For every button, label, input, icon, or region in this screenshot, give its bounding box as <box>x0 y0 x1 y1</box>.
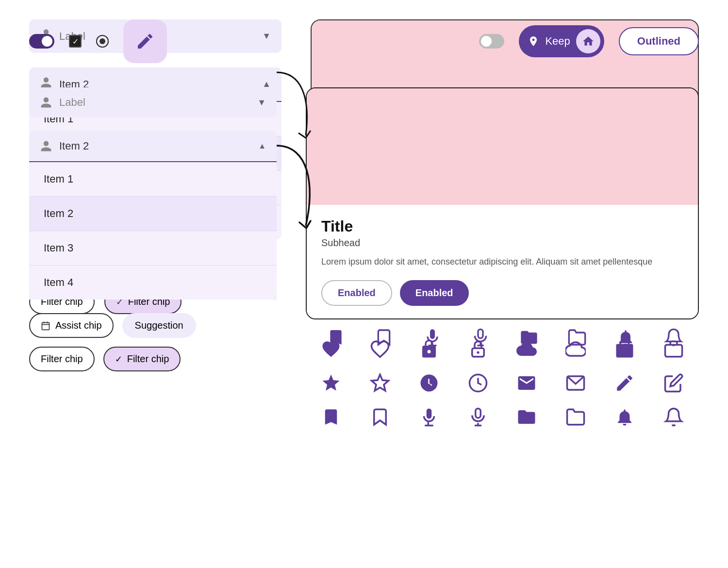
dropdown-open: Item 2 ▲ Item 1 Item 2 Item 3 Item 4 <box>29 131 277 300</box>
svg-rect-10 <box>42 322 50 330</box>
card-media <box>307 88 698 205</box>
bookmark-outline-icon <box>359 407 402 427</box>
dropdown-selected-label: Item 2 <box>59 140 89 152</box>
folder-filled-icon <box>505 407 548 427</box>
checkbox-empty[interactable] <box>69 35 82 48</box>
dropdown-list: Item 1 Item 2 Item 3 Item 4 <box>29 162 277 300</box>
toggle-off-2[interactable] <box>479 34 504 49</box>
mic-filled-icon <box>408 407 451 427</box>
folder-outline-icon <box>554 407 597 427</box>
card-body: Title Subhead Lorem ipsum dolor sit amet… <box>307 205 698 318</box>
segment-keep-label: Keep <box>545 35 570 48</box>
assist-chip[interactable]: Assist chip <box>29 313 114 338</box>
segment-home-icon-circle <box>576 29 600 53</box>
lock-filled-icon <box>408 339 451 359</box>
svg-rect-19 <box>475 409 480 418</box>
cloud-outline-icon <box>554 339 597 359</box>
main-content: Label ▼ Item 2 ▲ Item 1 Item <box>29 87 699 427</box>
card-actions: Enabled Enabled <box>321 280 683 306</box>
outlined-button[interactable]: Outlined <box>619 27 699 55</box>
svg-point-15 <box>477 351 479 353</box>
chevron-down-icon: ▼ <box>257 98 266 108</box>
filter-chip[interactable]: Filter chip <box>29 347 95 371</box>
second-controls-row <box>29 34 109 49</box>
dropdown-item-3[interactable]: Item 3 <box>29 231 277 266</box>
bell-outline-icon <box>652 407 695 427</box>
content-card: Title Subhead Lorem ipsum dolor sit amet… <box>306 87 699 319</box>
svg-rect-16 <box>665 345 682 357</box>
dropdown-header-inner: Item 2 <box>40 140 89 152</box>
dropdown-open-wrapper: Item 2 ▲ Item 1 Item 2 Item 3 Item 4 <box>29 131 277 300</box>
bookmark-filled-icon <box>310 407 353 427</box>
star-filled-icon <box>310 373 353 393</box>
right-panel: Title Subhead Lorem ipsum dolor sit amet… <box>306 87 699 427</box>
clock-outline-icon <box>456 373 499 393</box>
mail-filled-icon <box>505 373 548 393</box>
mail-outline-icon <box>554 373 597 393</box>
card-btn-filled[interactable]: Enabled <box>400 280 469 306</box>
card-btn-outlined[interactable]: Enabled <box>321 280 392 306</box>
filter-chip-active[interactable]: ✓ Filter chip <box>103 347 181 371</box>
mic-outline-icon <box>456 407 499 427</box>
clock-filled-icon <box>408 373 451 393</box>
chevron-up-icon: ▲ <box>258 142 266 150</box>
dropdown-closed-inner: Label <box>40 96 85 109</box>
person-icon-open <box>40 140 52 152</box>
dropdown-closed[interactable]: Label ▼ <box>29 87 277 117</box>
assist-chip-label: Assist chip <box>55 320 102 331</box>
chips-row-1: Assist chip Suggestion <box>29 313 277 338</box>
pencil-outline-icon <box>652 373 695 393</box>
cloud-filled-icon <box>505 339 548 359</box>
fab-edit-button[interactable] <box>123 19 167 63</box>
pencil-filled-icon <box>603 373 646 393</box>
person-icon-closed <box>40 96 52 109</box>
card-subhead: Subhead <box>321 237 683 249</box>
briefcase-filled-icon <box>603 339 646 359</box>
icons-grid <box>306 339 699 427</box>
card-text: Lorem ipsum dolor sit amet, consectetur … <box>321 255 683 268</box>
left-panel: Label ▼ Item 2 ▲ Item 1 Item <box>29 87 277 427</box>
heart-filled-icon <box>310 339 353 359</box>
dropdown-item-1[interactable]: Item 1 <box>29 162 277 197</box>
filter-chip-label: Filter chip <box>41 353 83 365</box>
top-controls-bar: ✓ Keep Outlined <box>29 19 699 63</box>
suggestion-chip[interactable]: Suggestion <box>122 313 196 338</box>
segment-keep-button[interactable]: Keep <box>519 25 604 57</box>
calendar-icon <box>41 321 50 331</box>
chips-row-2: Filter chip ✓ Filter chip <box>29 347 277 371</box>
toggle-on[interactable] <box>29 34 54 49</box>
dropdown-open-header[interactable]: Item 2 ▲ <box>29 131 277 162</box>
filter-chip-active-label: Filter chip <box>127 353 169 365</box>
card-title: Title <box>321 217 683 235</box>
bell-filled-icon <box>603 407 646 427</box>
suggestion-chip-label: Suggestion <box>135 320 183 331</box>
checkmark-icon: ✓ <box>115 354 122 365</box>
heart-outline-icon <box>359 339 402 359</box>
lock-outline-icon <box>456 339 499 359</box>
star-outline-icon <box>359 373 402 393</box>
briefcase-outline-icon <box>652 339 695 359</box>
dropdown-item-4[interactable]: Item 4 <box>29 266 277 300</box>
dropdown-item-2[interactable]: Item 2 <box>29 197 277 231</box>
dropdown-closed-label: Label <box>59 96 85 109</box>
radio-filled[interactable] <box>96 35 109 48</box>
